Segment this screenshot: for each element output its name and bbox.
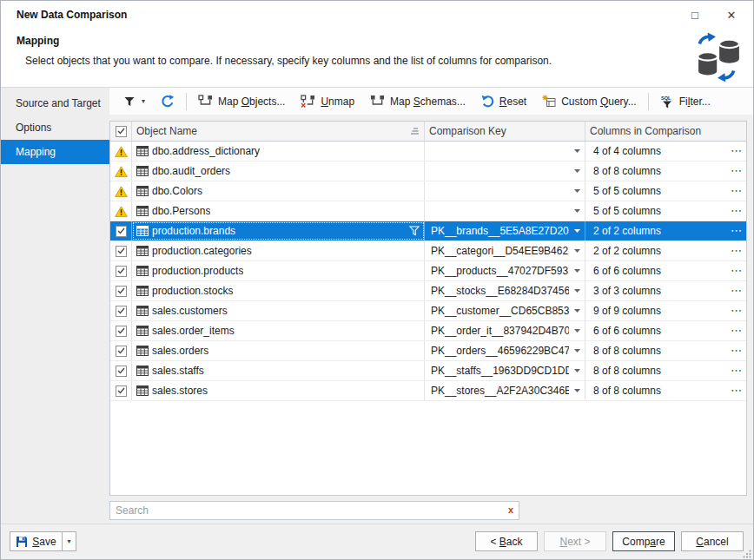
maximize-button[interactable]: □ [677,1,713,29]
table-row[interactable]: production.brandsPK__brands__5E5A8E27D20… [110,221,746,241]
row-checkbox-cell[interactable] [110,361,132,380]
row-checkbox-cell[interactable] [110,241,132,260]
table-row[interactable]: dbo.address_dictionary4 of 4 columns⋯ [110,142,746,161]
dropdown-arrow-icon[interactable] [569,389,580,392]
dropdown-arrow-icon[interactable] [569,209,580,213]
ellipsis-button[interactable]: ⋯ [725,326,742,335]
row-checkbox[interactable] [116,366,127,377]
sidebar-item-source-and-target[interactable]: Source and Target [1,91,109,115]
row-checkbox[interactable] [116,326,127,337]
refresh-button[interactable] [153,91,182,112]
row-checkbox[interactable] [116,226,127,237]
save-dropdown-button[interactable]: ▾ [62,531,76,551]
ellipsis-button[interactable]: ⋯ [725,386,742,395]
dropdown-arrow-icon[interactable] [569,289,580,293]
ellipsis-button[interactable]: ⋯ [725,346,742,355]
object-name-cell[interactable]: production.stocks [132,281,425,300]
column-header-object-name[interactable]: Object Name [132,122,425,141]
comparison-key-cell[interactable] [425,181,585,201]
dropdown-arrow-icon[interactable] [569,269,580,273]
row-checkbox-cell[interactable] [110,381,132,400]
back-button[interactable]: < Back [475,531,538,551]
column-header-comparison-key[interactable]: Comparison Key [425,122,585,141]
table-row[interactable]: dbo.Colors5 of 5 columns⋯ [110,181,746,201]
row-checkbox[interactable] [116,266,127,277]
ellipsis-button[interactable]: ⋯ [725,147,742,155]
compare-button[interactable]: Compare [612,531,675,551]
ellipsis-button[interactable]: ⋯ [725,306,742,315]
sidebar-item-mapping[interactable]: Mapping [1,140,109,164]
comparison-key-cell[interactable]: PK__brands__5E5A8E27D205... [425,221,585,240]
search-input[interactable] [109,501,519,520]
object-name-cell[interactable]: production.brands [132,221,425,240]
ellipsis-button[interactable]: ⋯ [725,227,742,235]
dropdown-arrow-icon[interactable] [569,249,580,253]
save-button[interactable]: Save [10,531,62,551]
comparison-key-cell[interactable] [425,201,585,221]
dropdown-arrow-icon[interactable] [569,189,580,193]
row-checkbox-cell[interactable] [110,221,132,240]
select-all-cell[interactable] [110,122,132,141]
row-checkbox-cell[interactable] [110,261,132,280]
comparison-key-cell[interactable]: PK__categori__D54EE9B4621... [425,241,585,260]
dropdown-arrow-icon[interactable] [569,149,580,153]
table-row[interactable]: sales.order_itemsPK__order_it__837942D4B… [110,321,746,341]
table-row[interactable]: production.stocksPK__stocks__E68284D3745… [110,281,746,301]
comparison-key-cell[interactable]: PK__orders__46596229BC47... [425,341,585,360]
row-checkbox[interactable] [116,286,127,297]
map-schemas-button[interactable]: Map Schemas... [362,91,473,112]
table-row[interactable]: dbo.audit_orders8 of 8 columns⋯ [110,161,746,181]
object-name-cell[interactable]: sales.order_items [132,321,425,340]
ellipsis-button[interactable]: ⋯ [725,167,742,175]
dropdown-arrow-icon[interactable] [569,169,580,173]
object-name-cell[interactable]: sales.staffs [132,361,425,380]
map-objects-button[interactable]: Map Objects... [190,91,293,112]
dropdown-arrow-icon[interactable] [569,349,580,352]
ellipsis-button[interactable]: ⋯ [725,247,742,255]
filter-dropdown-button[interactable]: ▾ [116,91,153,112]
comparison-key-cell[interactable]: PK__customer__CD65CB8538... [425,301,585,320]
dropdown-arrow-icon[interactable] [569,309,580,313]
column-header-columns-in-comparison[interactable]: Columns in Comparison [585,122,746,141]
table-row[interactable]: sales.customersPK__customer__CD65CB8538.… [110,301,746,321]
ellipsis-button[interactable]: ⋯ [725,207,742,215]
comparison-key-cell[interactable] [425,161,585,181]
comparison-key-cell[interactable]: PK__staffs__1963DD9CD1DD... [425,361,585,380]
table-row[interactable]: production.productsPK__products__47027DF… [110,261,746,281]
row-checkbox[interactable] [116,306,127,317]
object-name-cell[interactable]: dbo.address_dictionary [132,142,425,161]
object-name-cell[interactable]: dbo.Colors [132,181,425,201]
object-name-cell[interactable]: sales.orders [132,341,425,360]
comparison-key-cell[interactable]: PK__products__47027DF593... [425,261,585,280]
row-checkbox-cell[interactable] [110,321,132,340]
select-all-checkbox[interactable] [116,126,127,137]
sidebar-item-options[interactable]: Options [1,115,109,140]
table-row[interactable]: dbo.Persons5 of 5 columns⋯ [110,201,746,221]
dropdown-arrow-icon[interactable] [569,329,580,333]
close-button[interactable]: ✕ [713,1,750,29]
comparison-key-cell[interactable]: PK__stocks__E68284D37456... [425,281,585,300]
ellipsis-button[interactable]: ⋯ [725,366,742,375]
object-name-cell[interactable]: production.products [132,261,425,280]
ellipsis-button[interactable]: ⋯ [725,187,742,195]
unmap-button[interactable]: Unmap [293,91,362,112]
row-filter-icon[interactable] [404,226,420,236]
next-button[interactable]: Next > [544,531,606,551]
custom-query-button[interactable]: Custom Query... [534,91,645,112]
row-checkbox[interactable] [116,346,127,357]
resize-grip[interactable] [743,550,751,558]
filter-button[interactable]: SQL Filter... [652,91,718,112]
dropdown-arrow-icon[interactable] [569,369,580,372]
table-row[interactable]: sales.staffsPK__staffs__1963DD9CD1DD...8… [110,361,746,381]
table-row[interactable]: sales.storesPK__stores__A2F2A30C346E...8… [110,381,746,401]
table-row[interactable]: production.categoriesPK__categori__D54EE… [110,241,746,261]
object-name-cell[interactable]: production.categories [132,241,425,260]
ellipsis-button[interactable]: ⋯ [725,287,742,295]
comparison-key-cell[interactable]: PK__stores__A2F2A30C346E... [425,381,585,400]
reset-button[interactable]: Reset [473,91,534,112]
clear-x-icon[interactable]: x [508,504,513,516]
row-checkbox-cell[interactable] [110,341,132,360]
row-checkbox-cell[interactable] [110,281,132,300]
object-name-cell[interactable]: dbo.audit_orders [132,161,425,181]
dropdown-arrow-icon[interactable] [569,229,580,233]
